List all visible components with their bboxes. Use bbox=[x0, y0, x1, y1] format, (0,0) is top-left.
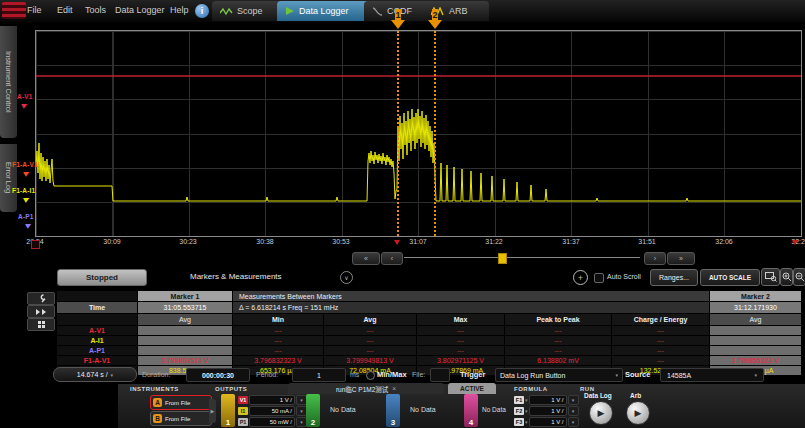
scroll-far-right-button[interactable]: » bbox=[667, 252, 695, 265]
channel-arrow-f1-a-v1: ▶ bbox=[22, 168, 31, 178]
scroll-track[interactable] bbox=[404, 257, 640, 258]
close-icon[interactable]: × bbox=[392, 385, 396, 392]
data-log-play-button[interactable]: ▶ bbox=[589, 401, 613, 425]
active-tab[interactable]: ACTIVE bbox=[448, 383, 496, 394]
pan-crosshair-icon[interactable]: + bbox=[573, 270, 588, 285]
file-field[interactable] bbox=[430, 368, 450, 382]
marker1-handle[interactable]: 1 bbox=[390, 9, 406, 30]
f3-chip[interactable]: F3 bbox=[514, 418, 524, 426]
markers-flags-icon[interactable] bbox=[27, 305, 55, 318]
wrench-tool-icon[interactable] bbox=[27, 292, 55, 305]
instrument-a-from-file-button[interactable]: A From File bbox=[150, 395, 212, 410]
source-dropdown[interactable]: 14585A▾ bbox=[660, 368, 764, 382]
menu-help[interactable]: Help bbox=[170, 5, 189, 15]
menu-file[interactable]: File bbox=[27, 5, 42, 15]
trace-current-yellow bbox=[36, 109, 801, 201]
i1-scale-dropdown[interactable]: 50 mA / bbox=[249, 406, 295, 416]
chevron-down-icon[interactable]: ▾ bbox=[568, 417, 579, 427]
collapse-chevron-icon[interactable]: ∨ bbox=[340, 271, 353, 284]
chevron-down-icon: ▾ bbox=[754, 372, 757, 378]
waveform-chart[interactable] bbox=[35, 30, 802, 237]
cell: --- bbox=[324, 336, 416, 345]
f2-chip[interactable]: F2 bbox=[514, 407, 524, 415]
marker2-header[interactable]: Marker 2 bbox=[710, 291, 801, 301]
arb-play-button[interactable]: ▶ bbox=[626, 401, 650, 425]
data-log-run-label: Data Log bbox=[584, 392, 612, 399]
p1-chip[interactable]: P1 bbox=[238, 418, 248, 426]
menu-edit[interactable]: Edit bbox=[57, 5, 73, 15]
marker2-handle[interactable]: 2 bbox=[427, 9, 443, 30]
scroll-left-button[interactable]: ‹ bbox=[381, 252, 403, 265]
chevron-down-icon[interactable]: ▾ bbox=[568, 406, 579, 416]
tab-data-logger[interactable]: Data Logger bbox=[277, 1, 377, 21]
instruments-expander[interactable]: ▶ bbox=[209, 399, 216, 423]
file-tab[interactable]: run临C P1M2测试× bbox=[288, 383, 444, 394]
p1-scale-dropdown[interactable]: 50 mW / bbox=[249, 417, 295, 427]
x-tick: 31:51 bbox=[631, 238, 663, 245]
channel1-bar[interactable]: 1 bbox=[221, 394, 235, 427]
f3-scale-dropdown[interactable]: 1 V / bbox=[529, 417, 567, 427]
timescale-dropdown[interactable]: 14.674 s /▾ bbox=[53, 367, 137, 382]
menu-tools[interactable]: Tools bbox=[85, 5, 106, 15]
chevron-down-icon[interactable]: ▾ bbox=[525, 408, 528, 414]
x-tick: 30:53 bbox=[325, 238, 357, 245]
cell: 3.799803513 V bbox=[138, 356, 232, 365]
channel-arrow-a-v1: ▶ bbox=[20, 100, 29, 110]
marker2-sub-header: Avg bbox=[710, 314, 801, 325]
scroll-right-button[interactable]: › bbox=[644, 252, 666, 265]
v1-chip[interactable]: V1 bbox=[238, 396, 248, 404]
channel-arrow-a-p1: ▶ bbox=[24, 220, 33, 230]
info-icon[interactable]: i bbox=[195, 4, 209, 18]
f1-scale-dropdown[interactable]: 1 V / bbox=[529, 395, 567, 405]
trigger-dropdown[interactable]: Data Log Run Button▾ bbox=[495, 368, 623, 382]
duration-field[interactable]: 000:00:30 bbox=[186, 368, 250, 382]
x-tick: 31:37 bbox=[555, 238, 587, 245]
scroll-far-left-button[interactable]: « bbox=[352, 252, 380, 265]
cell: 3.802971125 V bbox=[417, 356, 504, 365]
x-tick: 30:23 bbox=[172, 238, 204, 245]
zoom-out-icon[interactable] bbox=[793, 268, 805, 286]
row-label-a-p1: A-P1 bbox=[57, 346, 137, 355]
chevron-down-icon[interactable]: ▾ bbox=[568, 395, 579, 405]
cell: --- bbox=[233, 336, 323, 345]
channel-label-a-p1[interactable]: A-P1 bbox=[18, 213, 34, 220]
source-label: Source bbox=[625, 370, 650, 379]
marker1-header[interactable]: Marker 1 bbox=[138, 291, 232, 301]
f2-scale-dropdown[interactable]: 1 V / bbox=[529, 406, 567, 416]
v1-scale-dropdown[interactable]: 1 V / bbox=[249, 395, 295, 405]
ranges-button[interactable]: Ranges... bbox=[650, 269, 698, 286]
menu-data-logger[interactable]: Data Logger bbox=[115, 5, 165, 15]
cell: --- bbox=[505, 346, 611, 355]
instrument-b-from-file-button[interactable]: B From File bbox=[150, 411, 212, 426]
chevron-down-icon[interactable]: ▾ bbox=[525, 397, 528, 403]
sidebar-tab-instrument-control[interactable]: Instrument Control bbox=[0, 26, 17, 138]
app-logo bbox=[2, 2, 26, 19]
channel3-bar[interactable]: 3 bbox=[386, 394, 400, 427]
period-field[interactable]: 1 bbox=[292, 368, 346, 382]
channel-label-f1-a-i1[interactable]: F1-A-I1 bbox=[12, 187, 35, 194]
channel2-bar[interactable]: 2 bbox=[306, 394, 320, 427]
marker1-line[interactable] bbox=[397, 31, 399, 236]
channel1-v-row: V1 1 V / ▾ bbox=[238, 395, 307, 404]
ccdf-curve-icon bbox=[372, 7, 383, 16]
chevron-down-icon[interactable]: ▾ bbox=[525, 419, 528, 425]
measurements-table: Marker 1 Measurements Between Markers Ma… bbox=[57, 291, 797, 375]
zoom-in-icon[interactable] bbox=[780, 268, 793, 286]
sidebar-tab-error-log[interactable]: Error Log bbox=[0, 144, 17, 212]
auto-scroll-checkbox[interactable] bbox=[594, 273, 604, 283]
status-stopped-button[interactable]: Stopped bbox=[57, 269, 147, 286]
svg-text:1: 1 bbox=[395, 10, 400, 20]
col-peak-to-peak: Peak to Peak bbox=[505, 314, 611, 325]
channel4-bar[interactable]: 4 bbox=[464, 394, 478, 427]
channel-label-f1-a-v1[interactable]: F1-A-V1 bbox=[12, 161, 38, 168]
minmax-radio[interactable] bbox=[366, 371, 375, 380]
zoom-window-icon[interactable] bbox=[761, 268, 780, 286]
auto-scale-button[interactable]: AUTO SCALE bbox=[700, 269, 760, 286]
grid-view-icon[interactable] bbox=[27, 318, 55, 331]
i1-chip[interactable]: I1 bbox=[238, 407, 248, 415]
trigger-label: Trigger bbox=[460, 370, 485, 379]
marker2-time: 31:12.171930 bbox=[710, 302, 801, 313]
scroll-handle[interactable] bbox=[498, 253, 507, 264]
marker2-line[interactable] bbox=[434, 31, 436, 236]
f1-chip[interactable]: F1 bbox=[514, 396, 524, 404]
